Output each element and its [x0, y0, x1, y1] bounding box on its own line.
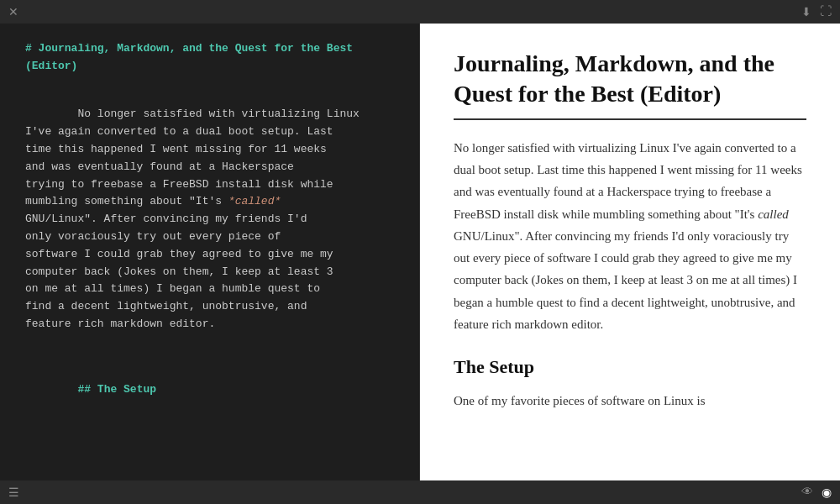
heading2-prefix: ##	[77, 383, 97, 396]
editor-heading1: # Journaling, Markdown, and the Quest fo…	[25, 40, 394, 76]
preview-panel: Journaling, Markdown, and the Quest for …	[420, 24, 840, 480]
preview-para1-end: GNU/Linux". After convincing my friends …	[454, 229, 797, 331]
bottom-right: 👁 ◉	[801, 486, 832, 500]
editor-body1: No longer satisfied with virtualizing Li…	[25, 108, 360, 207]
heading1-prefix: #	[25, 42, 39, 55]
expand-icon[interactable]: ⛶	[820, 5, 832, 18]
editor-heading2-line: ## The Setup	[25, 365, 394, 417]
editor-content: # Journaling, Markdown, and the Quest fo…	[25, 40, 394, 417]
editor-panel[interactable]: # Journaling, Markdown, and the Quest fo…	[0, 24, 420, 480]
editor-paragraph1: No longer satisfied with virtualizing Li…	[25, 89, 394, 351]
heading2-text: The Setup	[97, 383, 156, 396]
bottom-left: ☰	[8, 486, 19, 500]
menu-icon[interactable]: ☰	[8, 486, 19, 500]
main-area: # Journaling, Markdown, and the Quest fo…	[0, 24, 840, 480]
preview-para1-italic: called	[758, 207, 789, 221]
download-icon[interactable]: ⬇	[801, 5, 811, 19]
eye-icon[interactable]: 👁	[801, 486, 813, 499]
top-toolbar: ✕ ⬇ ⛶	[0, 0, 840, 24]
preview-para2-start: One of my favorite pieces of software on…	[454, 394, 706, 407]
preview-toggle-icon[interactable]: ◉	[822, 486, 832, 500]
editor-italic: *called*	[228, 195, 281, 207]
preview-title: Journaling, Markdown, and the Quest for …	[454, 49, 806, 120]
preview-section1-heading: The Setup	[454, 355, 806, 380]
preview-content: Journaling, Markdown, and the Quest for …	[454, 49, 806, 412]
close-icon[interactable]: ✕	[8, 5, 18, 19]
preview-para1-start: No longer satisfied with virtualizing Li…	[454, 141, 802, 221]
editor-body1b: GNU/Linux". After convincing my friends …	[25, 213, 333, 330]
preview-paragraph2: One of my favorite pieces of software on…	[454, 390, 806, 412]
preview-paragraph1: No longer satisfied with virtualizing Li…	[454, 137, 806, 335]
toolbar-right: ⬇ ⛶	[801, 5, 832, 19]
bottom-toolbar: ☰ 👁 ◉	[0, 480, 840, 504]
heading1-text: Journaling, Markdown, and the Quest for …	[25, 42, 353, 72]
toolbar-left: ✕	[8, 5, 18, 19]
